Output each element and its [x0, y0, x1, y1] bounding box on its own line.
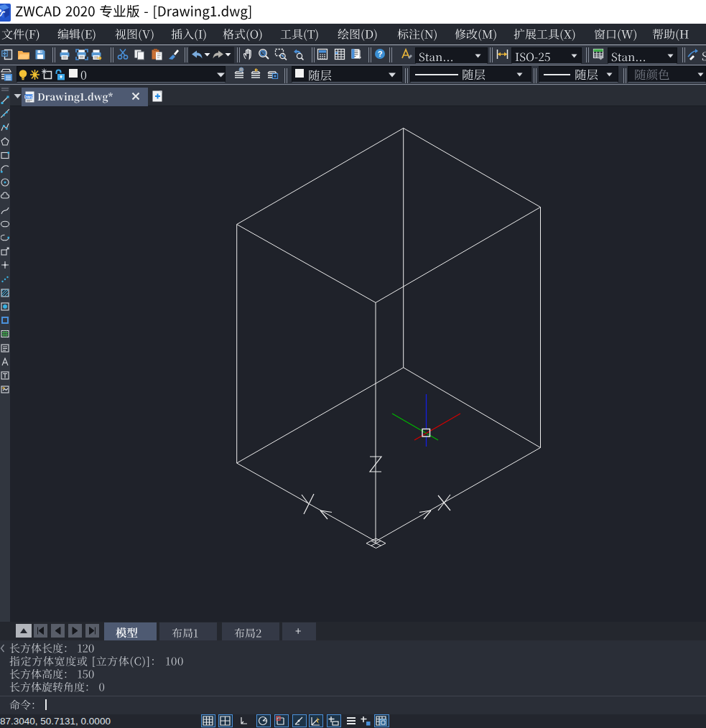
- svg-text:DWG: DWG: [24, 95, 34, 99]
- svg-text:?: ?: [378, 50, 383, 58]
